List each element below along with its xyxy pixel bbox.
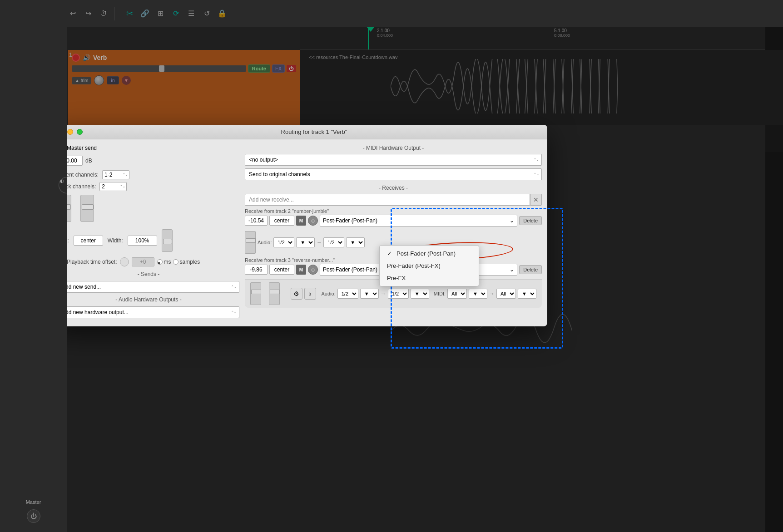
- width-fader-thumb: [163, 239, 172, 244]
- db-unit-label: dB: [85, 158, 92, 164]
- track2-fader-icon[interactable]: [245, 231, 256, 254]
- sends-section-label: - Sends -: [58, 271, 239, 277]
- playback-offset-label: Playback time offset:: [67, 259, 117, 265]
- tr-button[interactable]: tr: [304, 288, 316, 300]
- bottom-audio-ch2-arrow[interactable]: ▼: [411, 289, 429, 299]
- power-button-sidebar[interactable]: ⏻: [27, 509, 40, 523]
- bottom-arrow: →: [381, 291, 386, 297]
- add-receive-x-button[interactable]: ✕: [530, 194, 542, 206]
- receive-track3-phase-btn[interactable]: ⊙: [308, 265, 318, 275]
- audio-hw-section-label: - Audio Hardware Outputs -: [58, 296, 239, 303]
- settings-icon-btn[interactable]: ⚙: [291, 288, 302, 300]
- width-label: Width:: [108, 237, 123, 244]
- dropdown-option-pre-fader[interactable]: Pre-Fader (Post-FX): [380, 260, 479, 272]
- bottom-midi-all1[interactable]: All: [447, 289, 467, 299]
- no-output-select[interactable]: <no output>: [245, 154, 542, 166]
- bottom-midi-all2-arrow[interactable]: ▼: [518, 289, 536, 299]
- bottom-audio-ch2[interactable]: 1/2: [388, 289, 409, 299]
- offset-input[interactable]: [132, 257, 154, 266]
- ms-radio-btn[interactable]: ●: [157, 259, 163, 265]
- delete-receive-track3-btn[interactable]: Delete: [519, 265, 542, 274]
- add-send-select[interactable]: Add new send...: [58, 281, 239, 293]
- samples-radio[interactable]: samples: [173, 259, 200, 265]
- dropdown-option-post-fader[interactable]: Post-Fader (Post-Pan): [380, 247, 479, 260]
- ms-radio[interactable]: ● ms: [157, 259, 171, 265]
- bottom-midi-label: MIDI:: [434, 291, 446, 296]
- bottom-audio-ch1-arrow[interactable]: ▼: [360, 289, 379, 299]
- width-input[interactable]: [128, 236, 157, 246]
- toolbar-divider: [265, 287, 265, 300]
- playback-offset-row: Playback time offset: ● ms samples: [58, 257, 239, 266]
- left-sidebar: ⏻ ◐ Master: [0, 0, 67, 532]
- midi-hw-label: - MIDI Hardware Output -: [245, 145, 542, 151]
- receive-track2-pan[interactable]: [269, 216, 294, 226]
- add-hw-output-select[interactable]: Add new hardware output...: [58, 306, 239, 318]
- left-panel: ✓ Master send dB Parent channels: 1-2 Tr…: [58, 145, 239, 321]
- dialog-body: ✓ Master send dB Parent channels: 1-2 Tr…: [52, 139, 547, 326]
- receive-track2-row: M ⊙ Post-Fader (Post-Pan) ⌄ Delete: [245, 215, 542, 227]
- bottom-audio-label: Audio:: [322, 291, 336, 296]
- master-label: Master: [26, 499, 41, 505]
- dropdown-popup: Post-Fader (Post-Pan) Pre-Fader (Post-FX…: [379, 245, 479, 286]
- master-send-label: Master send: [67, 145, 97, 151]
- dialog-title: Routing for track 1 "Verb": [86, 128, 542, 135]
- receives-section-label: - Receives -: [245, 185, 542, 191]
- offset-knob[interactable]: [120, 257, 129, 266]
- add-send-row: Add new send...: [58, 281, 239, 293]
- window-minimize-button[interactable]: [67, 129, 73, 135]
- track-channels-select[interactable]: 2: [99, 182, 127, 191]
- receive-track3-db[interactable]: [245, 265, 268, 275]
- dropdown-option-pre-fx[interactable]: Pre-FX: [380, 272, 479, 284]
- audio-label: Audio:: [258, 240, 272, 245]
- bottom-midi-all1-arrow[interactable]: ▼: [469, 289, 487, 299]
- fader-sliders: [58, 195, 239, 222]
- bottom-midi-all2[interactable]: All: [496, 289, 516, 299]
- no-output-row: <no output>: [245, 154, 542, 166]
- send-to-original-select[interactable]: Send to original channels: [245, 168, 542, 180]
- send-to-original-row: Send to original channels: [245, 168, 542, 180]
- dialog-titlebar: Routing for track 1 "Verb": [52, 125, 547, 139]
- routing-dialog: Routing for track 1 "Verb" ✓ Master send…: [52, 125, 547, 326]
- receive-track2-phase-btn[interactable]: ⊙: [308, 216, 318, 226]
- parent-channels-select[interactable]: 1-2: [102, 170, 129, 179]
- bottom-fader-right[interactable]: [269, 282, 280, 305]
- master-send-row: ✓ Master send: [58, 145, 239, 151]
- pan-input[interactable]: [74, 236, 103, 246]
- audio-ch2-select[interactable]: 1/2: [323, 237, 344, 247]
- arrow-icon: →: [317, 240, 322, 245]
- pan-width-row: Pan: Width:: [58, 229, 239, 252]
- receive-track2-label: Receive from track 2 "number-jumble": [245, 208, 542, 214]
- receive-track3-mute-btn[interactable]: M: [296, 265, 306, 275]
- samples-radio-btn[interactable]: [173, 259, 178, 265]
- width-fader[interactable]: [162, 229, 173, 252]
- post-fader-selector-track2[interactable]: Post-Fader (Post-Pan) ⌄: [320, 215, 517, 227]
- bottom-audio-ch1[interactable]: 1/2: [337, 289, 358, 299]
- bottom-midi-arrow: →: [489, 291, 495, 297]
- right-fader[interactable]: [80, 195, 94, 222]
- receive-track2-db[interactable]: [245, 216, 268, 226]
- track2-fader-icon-thumb: [246, 238, 256, 243]
- window-maximize-button[interactable]: [77, 129, 83, 135]
- unit-radio-group: ● ms samples: [157, 259, 200, 265]
- audio-ch1-select[interactable]: 1/2: [273, 237, 294, 247]
- bottom-fader-left[interactable]: [250, 282, 261, 305]
- track-channels-row: Track channels: 2: [58, 182, 239, 191]
- right-fader-thumb: [82, 204, 94, 210]
- add-hw-output-row: Add new hardware output...: [58, 306, 239, 318]
- audio-ch2-arrow[interactable]: ▼: [346, 237, 365, 247]
- parent-channels-row: Parent channels: 1-2: [58, 170, 239, 179]
- add-receive-row: ✕: [245, 194, 542, 206]
- audio-ch1-arrow[interactable]: ▼: [296, 237, 315, 247]
- receive-track2-mute-btn[interactable]: M: [296, 216, 306, 226]
- receive-track3-pan[interactable]: [269, 265, 294, 275]
- half-moon-icon[interactable]: ◐: [59, 177, 67, 193]
- delete-receive-track2-btn[interactable]: Delete: [519, 216, 542, 225]
- right-panel: - MIDI Hardware Output - <no output> Sen…: [245, 145, 542, 321]
- add-receive-input[interactable]: [245, 194, 530, 206]
